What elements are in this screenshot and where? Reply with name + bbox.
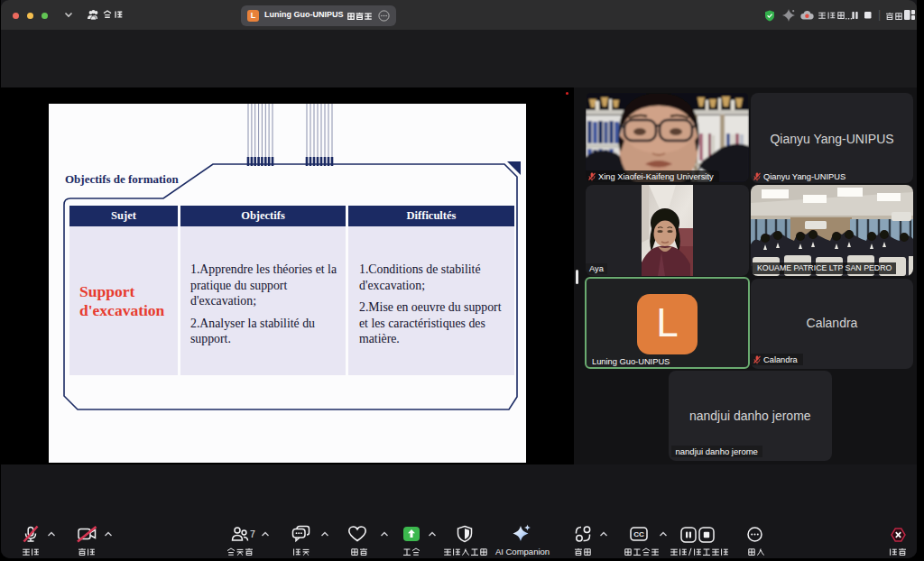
svg-text:CC: CC <box>633 530 644 538</box>
